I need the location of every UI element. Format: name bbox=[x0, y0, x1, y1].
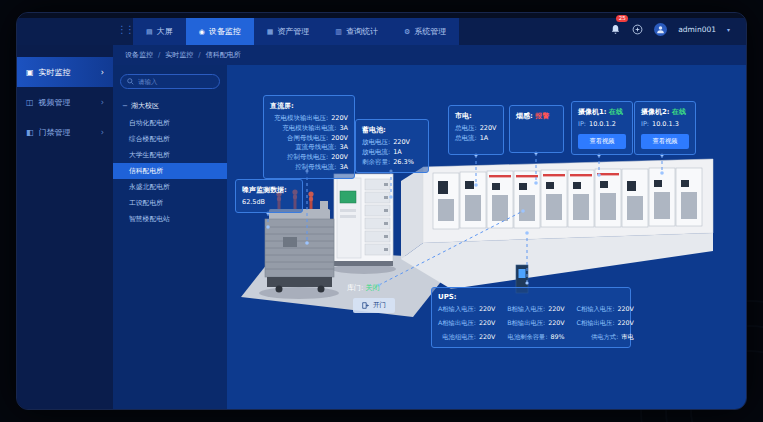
sidebar-item-realtime-monitor[interactable]: ▣ 实时监控 › bbox=[17, 57, 113, 87]
breadcrumb-item[interactable]: 设备监控 bbox=[125, 50, 153, 60]
noise-monitor-panel: 噪声监测数据: 62.5dB bbox=[235, 179, 303, 213]
search-input[interactable] bbox=[138, 78, 213, 86]
sidebar-item-access-control[interactable]: ◧ 门禁管理 › bbox=[17, 117, 113, 147]
top-navbar: ⋮⋮ ▤ 大屏 ◉ 设备监控 ▦ 资产管理 ▥ 查询统计 ⚙ 系统管理 bbox=[17, 13, 746, 45]
view-video-button[interactable]: 查看视频 bbox=[641, 134, 689, 149]
noise-value: 62.5dB bbox=[242, 198, 265, 208]
field-value: 26.3% bbox=[393, 158, 414, 168]
breadcrumb-item-current[interactable]: 信科配电所 bbox=[206, 50, 241, 60]
field-value: 200V bbox=[331, 153, 348, 163]
monitor-icon: ◉ bbox=[199, 28, 205, 36]
panel-title: 直流屏: bbox=[270, 101, 348, 111]
nav-label: 大屏 bbox=[157, 26, 173, 37]
nav-label: 系统管理 bbox=[414, 26, 446, 37]
notifications-button[interactable]: 25 bbox=[610, 20, 621, 39]
nav-label: 资产管理 bbox=[277, 26, 309, 37]
field-value: 200V bbox=[331, 134, 348, 144]
camera1-panel: 摄像机1: 在线 IP:10.0.1.2 查看视频 bbox=[571, 101, 633, 155]
notification-badge: 25 bbox=[616, 15, 628, 22]
nav-item-statistics[interactable]: ▥ 查询统计 bbox=[322, 18, 391, 45]
field-label: 总电流: bbox=[455, 134, 477, 144]
ip-value: 10.0.1.2 bbox=[589, 120, 616, 130]
breadcrumb: 设备监控 / 实时监控 / 信科配电所 bbox=[113, 45, 746, 65]
field-label: A相输出电压: bbox=[438, 319, 476, 328]
chevron-right-icon: › bbox=[101, 68, 104, 77]
tree-node-station[interactable]: 自动化配电所 bbox=[113, 115, 227, 131]
field-value: 220V bbox=[480, 124, 497, 134]
field-label: 充电模块输出电流: bbox=[282, 124, 336, 134]
door-label: 库门: bbox=[347, 284, 363, 292]
panel-title: 市电: bbox=[455, 111, 497, 121]
sidebar-item-label: 视频管理 bbox=[39, 97, 71, 108]
user-name[interactable]: admin001 bbox=[678, 25, 716, 34]
door-status-badge: 关闭 bbox=[366, 284, 380, 292]
nav-item-device-monitor[interactable]: ◉ 设备监控 bbox=[186, 18, 254, 45]
fullscreen-button[interactable] bbox=[632, 20, 643, 39]
tree-node-station[interactable]: 工设配电所 bbox=[113, 195, 227, 211]
tree-node-station-selected[interactable]: 信科配电所 bbox=[113, 163, 227, 179]
view-video-button[interactable]: 查看视频 bbox=[578, 134, 626, 149]
tree-root-label: 湖大校区 bbox=[131, 102, 159, 110]
mains-panel: 市电: 总电压:220V 总电流:1A bbox=[448, 105, 504, 155]
gear-icon: ⚙ bbox=[404, 28, 410, 36]
statistics-icon: ▥ bbox=[335, 28, 342, 36]
camera2-panel: 摄像机2: 在线 IP:10.0.1.3 查看视频 bbox=[634, 101, 696, 155]
field-label: 电池组电压: bbox=[442, 333, 476, 342]
tree-node-station[interactable]: 综合楼配电所 bbox=[113, 131, 227, 147]
field-value: 220V bbox=[479, 333, 495, 342]
door-control: 库门: 关闭 开门 bbox=[347, 283, 395, 313]
panel-title: 噪声监测数据: bbox=[242, 185, 296, 195]
field-value: 1A bbox=[393, 148, 402, 158]
tree-node-station[interactable]: 永盛北配电所 bbox=[113, 179, 227, 195]
tree-node-station[interactable]: 智慧楼配电站 bbox=[113, 211, 227, 227]
field-label: 总电压: bbox=[455, 124, 477, 134]
ups-panel: UPS: A相输入电压:220V B相输入电压:220V C相输入电压:220V… bbox=[431, 287, 631, 348]
topbar-actions: 25 admin001 ▾ bbox=[610, 20, 746, 39]
field-value: 市电 bbox=[621, 333, 634, 342]
field-label: 电池剩余容量: bbox=[508, 333, 548, 342]
field-label: 供电方式: bbox=[591, 333, 618, 342]
field-value: 89% bbox=[551, 333, 565, 342]
tree-root-campus[interactable]: −湖大校区 bbox=[122, 101, 220, 111]
field-label: C相输入电压: bbox=[577, 305, 615, 314]
field-value: 220V bbox=[618, 305, 634, 314]
nav-item-assets[interactable]: ▦ 资产管理 bbox=[254, 18, 323, 45]
app-window: ⋮⋮ ▤ 大屏 ◉ 设备监控 ▦ 资产管理 ▥ 查询统计 ⚙ 系统管理 bbox=[16, 12, 747, 410]
search-icon bbox=[127, 78, 134, 85]
breadcrumb-separator: / bbox=[158, 51, 160, 59]
field-value: 220V bbox=[331, 114, 348, 124]
field-value: 3A bbox=[339, 124, 348, 134]
field-label: A相输入电压: bbox=[438, 305, 476, 314]
field-value: 220V bbox=[479, 305, 495, 314]
open-door-label: 开门 bbox=[373, 301, 386, 310]
breadcrumb-item[interactable]: 实时监控 bbox=[165, 50, 193, 60]
field-value: 220V bbox=[393, 138, 410, 148]
nav-label: 查询统计 bbox=[346, 26, 378, 37]
panel-title: 蓄电池: bbox=[362, 125, 422, 135]
field-value: 3A bbox=[339, 163, 348, 173]
field-label: 控制母线电压: bbox=[287, 153, 328, 163]
field-label: C相输出电压: bbox=[577, 319, 615, 328]
door-open-icon bbox=[362, 302, 369, 309]
nav-item-system[interactable]: ⚙ 系统管理 bbox=[391, 18, 459, 45]
field-label: 放电电流: bbox=[362, 148, 390, 158]
camera1-status-badge: 在线 bbox=[609, 108, 623, 116]
field-label: 剩余容量: bbox=[362, 158, 390, 168]
field-label: 控制母线电流: bbox=[295, 163, 336, 173]
nav-item-dashboard[interactable]: ▤ 大屏 bbox=[133, 18, 186, 45]
breadcrumb-separator: / bbox=[198, 51, 200, 59]
avatar[interactable] bbox=[654, 23, 667, 36]
open-door-button[interactable]: 开门 bbox=[353, 298, 395, 313]
panel-title: 烟感: 报警 bbox=[516, 111, 557, 121]
ip-label: IP: bbox=[578, 120, 586, 130]
tree-node-station[interactable]: 大学生配电所 bbox=[113, 147, 227, 163]
chevron-down-icon[interactable]: ▾ bbox=[727, 26, 730, 33]
collapse-icon[interactable]: − bbox=[122, 102, 128, 110]
field-label: B相输入电压: bbox=[507, 305, 545, 314]
field-label: 合闸母线电压: bbox=[287, 134, 328, 144]
sidebar: ▣ 实时监控 › ◫ 视频管理 › ◧ 门禁管理 › bbox=[17, 45, 113, 410]
dashboard-icon: ▤ bbox=[146, 28, 153, 36]
sidebar-item-video-management[interactable]: ◫ 视频管理 › bbox=[17, 87, 113, 117]
door-access-icon: ◧ bbox=[26, 128, 34, 137]
panel-title: UPS: bbox=[438, 293, 624, 301]
